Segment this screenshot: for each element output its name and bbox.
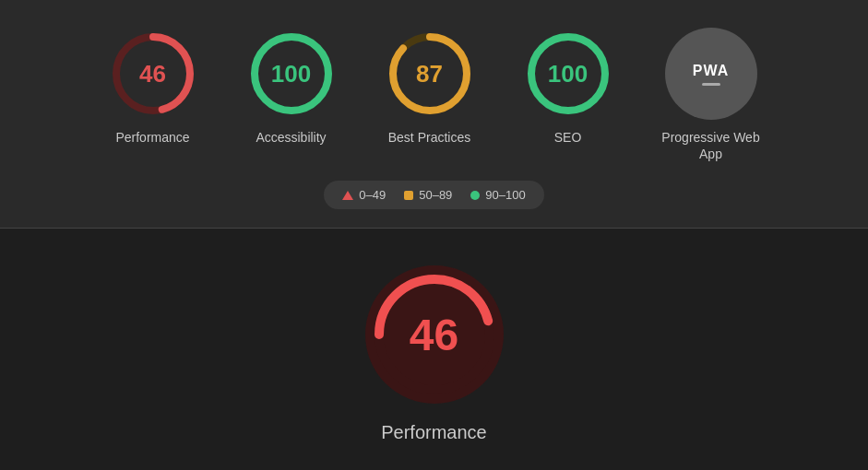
pwa-circle: PWA	[665, 28, 757, 120]
score-label-accessibility: Accessibility	[256, 129, 326, 146]
score-value-accessibility: 100	[271, 60, 311, 88]
square-icon	[404, 191, 413, 200]
bottom-section: 46 Performance	[0, 229, 868, 470]
score-item-performance: 46 Performance	[107, 28, 199, 146]
gauge-performance: 46	[107, 28, 199, 120]
score-item-seo: 100 SEO	[522, 28, 614, 146]
legend-label-high: 90–100	[485, 188, 525, 202]
legend-item-low: 0–49	[342, 188, 386, 202]
legend-label-mid: 50–89	[419, 188, 452, 202]
score-label-best-practices: Best Practices	[388, 129, 470, 146]
score-item-accessibility: 100 Accessibility	[245, 28, 338, 146]
gauge-accessibility: 100	[245, 28, 338, 120]
score-item-best-practices: 87 Best Practices	[384, 28, 476, 146]
large-gauge-performance: 46	[365, 265, 504, 404]
pwa-text: PWA	[693, 63, 729, 79]
gauge-best-practices: 87	[384, 28, 476, 120]
legend-item-high: 90–100	[470, 188, 525, 202]
score-value-seo: 100	[548, 60, 588, 88]
top-section: 46 Performance 100 Accessibility	[0, 0, 868, 228]
scores-row: 46 Performance 100 Accessibility	[107, 28, 762, 162]
score-label-seo: SEO	[554, 129, 582, 146]
pwa-dash	[702, 83, 720, 86]
score-label-performance: Performance	[115, 129, 189, 146]
score-label-pwa: Progressive Web App	[660, 129, 762, 162]
score-value-performance: 46	[139, 60, 166, 88]
score-item-pwa: PWA Progressive Web App	[660, 28, 762, 162]
triangle-icon	[342, 191, 353, 200]
legend-item-mid: 50–89	[404, 188, 452, 202]
circle-icon	[470, 191, 480, 200]
score-value-best-practices: 87	[416, 60, 443, 88]
gauge-seo: 100	[522, 28, 614, 120]
legend-label-low: 0–49	[359, 188, 386, 202]
large-score-value: 46	[410, 310, 458, 360]
legend: 0–49 50–89 90–100	[324, 181, 543, 209]
large-score-label: Performance	[381, 422, 487, 443]
